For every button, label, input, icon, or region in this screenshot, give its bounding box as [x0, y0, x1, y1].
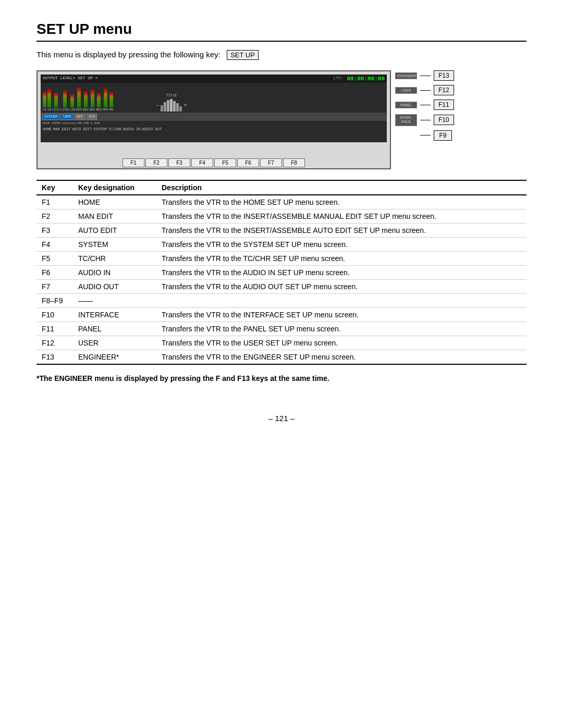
fkey-line-f13: [420, 76, 431, 76]
title-bar-seg: [161, 105, 163, 112]
cell-key: F13: [36, 350, 73, 365]
vu-label: LB: [47, 108, 51, 112]
cell-designation: ——: [73, 294, 156, 308]
bottom-sub-row: 1000.23PSF xxxxxxxx HD.FRE I.016: [41, 121, 387, 126]
vtr-screen: OUTPUT LEVEL « SET UP » LTC: 00:00:00:00…: [36, 70, 391, 169]
vu-group-11: MD: [109, 92, 113, 112]
screen-display: OUTPUT LEVEL « SET UP » LTC: 00:00:00:00…: [41, 75, 387, 142]
fkey-box-f12: F12: [434, 85, 454, 95]
vu-label: RES: [83, 108, 89, 112]
user-btn-row: USER F12: [395, 85, 454, 95]
vu-label: RES: [96, 108, 102, 112]
cell-designation: SYSTEM: [73, 238, 156, 252]
cell-description: Transfers the VTR to the TC/CHR SET UP m…: [156, 252, 527, 266]
cell-designation: ENGINEER*: [73, 350, 156, 365]
table-row: F13 ENGINEER* Transfers the VTR to the E…: [36, 350, 527, 365]
cell-key: F1: [36, 195, 73, 209]
vu-group-4: LIIB: [61, 91, 68, 112]
intro-text: This menu is displayed by pressing the f…: [36, 50, 221, 59]
intro-paragraph: This menu is displayed by pressing the f…: [36, 50, 527, 60]
title-bar-seg: [167, 100, 169, 112]
title-section: TITLE –: [156, 93, 187, 112]
right-fkeys-panel: ENGINEER F13 USER F12 PANEL F11 INTER-FA…: [395, 70, 454, 141]
nav-tc-chr: TC/CHR: [108, 127, 121, 131]
cell-description: Transfers the VTR to the HOME SET UP men…: [156, 195, 527, 209]
table-row: F2 MAN EDIT Transfers the VTR to the INS…: [36, 209, 527, 224]
cell-designation: INTERFACE: [73, 308, 156, 322]
cell-designation: AUDIO IN: [73, 266, 156, 280]
vu-bar: [84, 92, 88, 107]
vu-group-3: LIII: [52, 93, 59, 112]
diagram-section: OUTPUT LEVEL « SET UP » LTC: 00:00:00:00…: [36, 70, 527, 169]
vu-bar: [70, 94, 74, 107]
cell-key: F5: [36, 252, 73, 266]
engineer-btn: ENGINEER: [395, 72, 417, 79]
sub-item-2: xxxxxxxx: [62, 121, 77, 125]
cell-description: Transfers the VTR to the INSERT/ASSEMBLE…: [156, 209, 527, 224]
timecode-label: LTC:: [334, 76, 344, 82]
vu-label: RES: [103, 108, 108, 112]
vu-meters: LG LB LIII LIIB: [41, 83, 387, 112]
setup-key-badge: SET UP: [227, 50, 259, 60]
interface-btn-row: INTER-FACE F10: [395, 114, 454, 126]
fkey-f1: F1: [123, 158, 144, 167]
table-header-row: Key Key designation Description: [36, 180, 527, 195]
fkey-box-f13: F13: [434, 70, 454, 81]
f1-f8-area: F1 F2 F3 F4 F5 F6 F7 F8: [43, 158, 385, 167]
cell-key: F11: [36, 322, 73, 336]
cell-designation: MAN EDIT: [73, 209, 156, 224]
nav-home: HOME: [43, 127, 52, 131]
vu-bar: [43, 92, 46, 107]
cell-description: Transfers the VTR to the PANEL SET UP me…: [156, 322, 527, 336]
sub-item-1: 1000.23PSF: [42, 121, 61, 125]
title-bars: [161, 99, 182, 112]
table-row: F1 HOME Transfers the VTR to the HOME SE…: [36, 195, 527, 209]
cell-designation: AUDIO OUT: [73, 280, 156, 294]
user-btn: USER: [395, 87, 417, 94]
table-row: F10 INTERFACE Transfers the VTR to the I…: [36, 308, 527, 322]
fkey-f2: F2: [145, 158, 167, 167]
fkey-f6: F6: [237, 158, 259, 167]
panel-btn: PANEL: [395, 102, 417, 108]
sub-item-4: I.016: [90, 121, 100, 125]
page-title: SET UP menu: [36, 21, 527, 42]
screen-top-bar: OUTPUT LEVEL « SET UP » LTC: 00:00:00:00: [41, 75, 387, 83]
fkey-f5: F5: [214, 158, 236, 167]
title-bar-seg: [179, 106, 182, 112]
vu-label: RES: [90, 108, 95, 112]
cell-key: F3: [36, 224, 73, 238]
cell-description: Transfers the VTR to the USER SET UP men…: [156, 336, 527, 350]
cell-key: F6: [36, 266, 73, 280]
page-number: – 121 –: [36, 414, 527, 423]
cell-key: F2: [36, 209, 73, 224]
cell-designation: HOME: [73, 195, 156, 209]
fkey-f4: F4: [191, 158, 213, 167]
bottom-item-tape: TAPE: [60, 114, 74, 120]
cell-key: F10: [36, 308, 73, 322]
table-row: F8–F9 ——: [36, 294, 527, 308]
table-row: F6 AUDIO IN Transfers the VTR to the AUD…: [36, 266, 527, 280]
cell-description: Transfers the VTR to the INTERFACE SET U…: [156, 308, 527, 322]
output-level-label: OUTPUT LEVEL: [43, 76, 73, 82]
vu-label: LIIB: [61, 108, 68, 112]
cell-description: Transfers the VTR to the AUDIO OUT SET U…: [156, 280, 527, 294]
vu-label: LIB: [69, 108, 75, 112]
vu-group-7: RES: [83, 92, 89, 112]
fkey-box-f9: F9: [434, 130, 452, 141]
table-row: F12 USER Transfers the VTR to the USER S…: [36, 336, 527, 350]
fkey-line-f9: [420, 135, 431, 135]
sub-item-3: HD.FRE: [78, 121, 90, 125]
cell-key: F4: [36, 238, 73, 252]
f9-row: F9: [395, 130, 454, 141]
header-description: Description: [156, 180, 527, 195]
timecode-value: 00:00:00:00: [344, 76, 385, 82]
cell-description: [156, 294, 527, 308]
cell-designation: PANEL: [73, 322, 156, 336]
cell-designation: AUTO EDIT: [73, 224, 156, 238]
vu-label: LG: [43, 108, 46, 112]
interface-btn: INTER-FACE: [395, 114, 417, 126]
screen-nav-row: HOME MAN EDIT AUTO EDIT SYSTEM TC/CHR AU…: [41, 126, 387, 132]
header-designation: Key designation: [73, 180, 156, 195]
table-row: F3 AUTO EDIT Transfers the VTR to the IN…: [36, 224, 527, 238]
screen-bottom-row: SYSTEM TAPE REF VIN: [41, 113, 387, 121]
